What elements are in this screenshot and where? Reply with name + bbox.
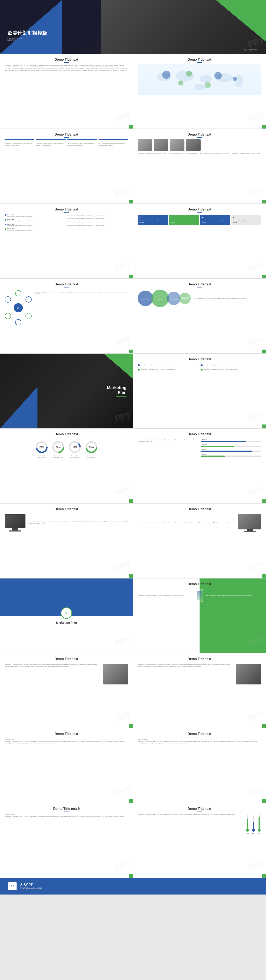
title-underline bbox=[197, 212, 202, 213]
circle-3: Lorem ipsum standard text here bbox=[167, 292, 180, 305]
green-corner bbox=[262, 874, 266, 878]
slide-subtitle: Demo Title 1 text1 bbox=[5, 739, 128, 740]
phone-screen bbox=[197, 591, 202, 600]
stat-2: 50% Process Title process label to here bbox=[51, 441, 65, 458]
marketing-icon-circle: ✎ bbox=[61, 608, 72, 619]
therm-bulb-2 bbox=[252, 829, 255, 832]
slide-marketing-plan-2: ✎ Marketing Plan PPT bbox=[0, 578, 133, 653]
stat-sub-3: process label to here bbox=[68, 457, 81, 458]
slide-text-chart: Demo Title text Lorem ipsum is simply du… bbox=[0, 54, 133, 129]
phone-left-text: Lorem ipsum is simply dummy text of the … bbox=[138, 595, 194, 596]
slide-inner: Demo Title text Lorem ipsum is simply du… bbox=[133, 129, 266, 204]
dot-2 bbox=[5, 219, 6, 221]
item-text-3: Lorem Title Lorem ipsum is simply dummy … bbox=[8, 224, 32, 226]
green-corner bbox=[262, 574, 266, 578]
photo-thumb-2 bbox=[236, 664, 261, 684]
slide-photos-grid: Demo Title text Lorem ipsum is simply du… bbox=[133, 129, 266, 204]
hbar-fill-2 bbox=[201, 445, 234, 447]
therm-fill-2 bbox=[253, 822, 254, 829]
slide-title: Demo Title text bbox=[138, 283, 261, 286]
stat-val-4: 73% bbox=[89, 446, 94, 449]
therm-label-1: 70% bbox=[245, 833, 250, 834]
hbar-track-1 bbox=[201, 441, 261, 442]
slide-inner: Demo Title text Lorem ipsum standard tex… bbox=[133, 279, 266, 353]
list-item-4: Lorem Title Lorem ipsum is simply dummy … bbox=[5, 228, 65, 231]
slide-donut-stats: Demo Title text 73% Process Title proces… bbox=[0, 428, 133, 503]
title-underline bbox=[197, 737, 202, 737]
bar-item-2 bbox=[36, 139, 65, 141]
donut-svg-3: 12% bbox=[68, 441, 81, 454]
bubble-6 bbox=[205, 82, 211, 88]
footer-bar: 人人 人人PPT 20,000+PowerPoint模板 bbox=[0, 878, 266, 894]
cover-text-block: 欧美计划汇报模板 PRESENTED BY 海棠PPT设计 bbox=[8, 30, 47, 41]
marketing-line bbox=[116, 396, 126, 396]
circle-group-2: Lorem ipsum standard text here bbox=[151, 290, 169, 307]
marketing-center: ✎ Marketing Plan bbox=[56, 608, 77, 624]
slide-inner: Demo Title text 73% Process Title proces… bbox=[0, 429, 133, 503]
green-corner bbox=[129, 125, 133, 129]
hbar-1: Category A bbox=[201, 439, 261, 442]
bar-fill bbox=[99, 139, 128, 140]
green-corner bbox=[262, 125, 266, 129]
circle-diagram: ◎ bbox=[5, 289, 32, 326]
box-icon-2: ✓ bbox=[170, 216, 197, 219]
photo-2 bbox=[154, 139, 168, 151]
green-corner bbox=[262, 275, 266, 278]
slide-bars-text: Demo Title text Lorem ipsum is sim bbox=[0, 129, 133, 204]
desc-3: Lorem ipsum is simply dummy text ever si… bbox=[201, 152, 230, 154]
line-5 bbox=[11, 311, 14, 315]
green-corner bbox=[129, 200, 133, 204]
desc-2: Lorem ipsum is simply dummy text ever si… bbox=[169, 152, 199, 154]
slide-inner: Demo Title text 9 Demo Title 1 text1 Lor… bbox=[0, 803, 133, 878]
text-left-2: Lorem ipsum is simply dummy text of the … bbox=[138, 664, 234, 684]
bubble-1 bbox=[162, 71, 170, 79]
donut-svg-2: 50% bbox=[51, 441, 65, 454]
marketing-title: Marketing bbox=[107, 385, 126, 390]
footer-brand: 人人PPT bbox=[20, 883, 42, 887]
tl-item-2: Lorem ipsum is simply dummy text of the … bbox=[138, 368, 199, 371]
circle-group-3: Lorem ipsum standard text here bbox=[167, 292, 180, 305]
therm-label-2: 50% bbox=[251, 833, 255, 834]
slide-inner: Demo Title text ◎ bbox=[0, 279, 133, 353]
tl-item-1: Lorem ipsum is simply dummy text of the … bbox=[138, 364, 199, 366]
line-6 bbox=[11, 301, 14, 305]
outer-2 bbox=[25, 297, 32, 302]
box-text-2: lorem ipsum is simply dummy text of prin… bbox=[170, 220, 197, 224]
title-underline bbox=[197, 437, 202, 438]
title-underline bbox=[197, 587, 202, 587]
slide-title: Demo Title text bbox=[138, 133, 261, 137]
box-3: ● lorem ipsum is simply dummy text of pr… bbox=[200, 215, 230, 225]
therm-fill-3 bbox=[258, 817, 260, 829]
title-underline bbox=[197, 287, 202, 288]
stat-val-3: 12% bbox=[72, 446, 77, 449]
continent-6 bbox=[194, 84, 205, 90]
list-item-2: Lorem Title Lorem ipsum is simply dummy … bbox=[5, 219, 65, 222]
monitor-base bbox=[9, 530, 21, 531]
phone-mockup bbox=[196, 589, 203, 602]
hbars-layout: Lorem ipsum is simply dummy text of the … bbox=[138, 439, 261, 457]
slide-title: Demo Title text bbox=[138, 807, 261, 811]
tl-dot-2 bbox=[138, 369, 140, 371]
box-text-3: lorem ipsum is simply dummy text of prin… bbox=[202, 220, 229, 224]
box-icon-1: ● bbox=[139, 216, 166, 219]
slide-inner: Demo Title text Lorem ipsum is sim bbox=[0, 129, 133, 204]
photo-right bbox=[103, 664, 128, 684]
text-photo-layout: Lorem ipsum is simply dummy text of the … bbox=[5, 664, 128, 684]
green-corner bbox=[262, 724, 266, 728]
footer-logo-text: 人人 bbox=[10, 885, 14, 888]
outer-1 bbox=[15, 290, 21, 296]
list-item-3: Lorem Title Lorem ipsum is simply dummy … bbox=[5, 224, 65, 226]
title-underline bbox=[64, 811, 69, 812]
monitor-desc: Lorem ipsum is simply dummy text of the … bbox=[29, 521, 128, 525]
title-underline bbox=[64, 212, 69, 213]
therm-svg-3 bbox=[257, 814, 261, 832]
monitor-neck bbox=[12, 528, 18, 530]
outer-3 bbox=[25, 313, 32, 319]
continent-3 bbox=[199, 75, 212, 83]
slide-title: Demo Title text bbox=[5, 133, 128, 137]
slide-title: Demo Title text bbox=[138, 582, 261, 586]
bar-item-3 bbox=[67, 139, 97, 141]
therm-layout: Lorem ipsum is simply dummy text of the … bbox=[138, 814, 261, 834]
slide-title: Demo Title text bbox=[5, 283, 128, 286]
slide-diagram: Demo Title text ◎ bbox=[0, 278, 133, 353]
